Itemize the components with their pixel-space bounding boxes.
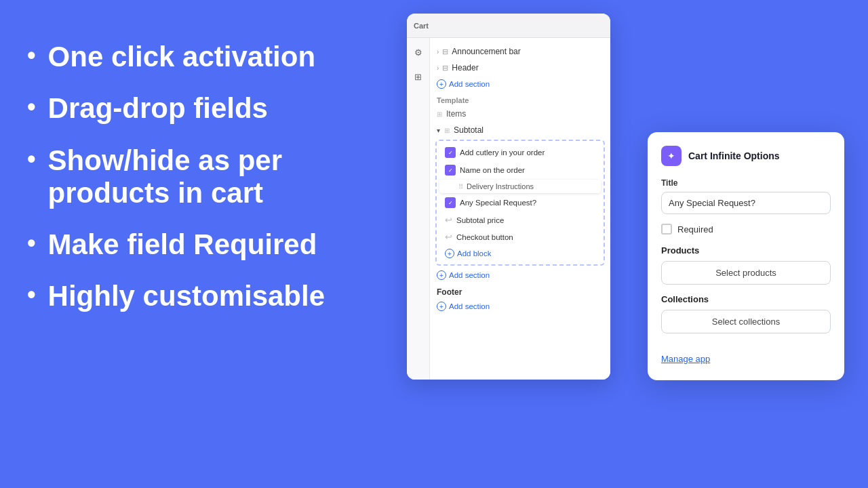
block-add-cutlery[interactable]: ✓ Add cutlery in your order <box>439 144 601 161</box>
bullet-item-2: • Drag-drop fields <box>27 92 366 125</box>
subtotal-row[interactable]: ▾ ⊞ Subtotal <box>430 122 610 138</box>
bullet-item-1: • One click activation <box>27 41 366 73</box>
subtotal-icon: ↩ <box>445 215 452 225</box>
checkout-icon: ↩ <box>445 232 452 242</box>
subtotal-label: Subtotal <box>454 125 484 135</box>
bullet-item-4: • Make field Required <box>27 228 366 261</box>
app-icon: ✦ <box>661 146 682 166</box>
bullet-text-4: Make field Required <box>48 228 317 261</box>
block-subtotal-price[interactable]: ↩ Subtotal price <box>439 211 601 228</box>
bullet-dot-1: • <box>27 43 36 68</box>
select-collections-btn[interactable]: Select collections <box>661 310 831 333</box>
add-section-btn-2[interactable]: + Add section <box>430 267 610 283</box>
left-panel: • One click activation • Drag-drop field… <box>27 41 366 332</box>
section-icon: ⊟ <box>442 47 448 56</box>
announcement-label: Announcement bar <box>452 47 520 56</box>
bullet-dot-2: • <box>27 95 36 119</box>
editor-main[interactable]: › ⊟ Announcement bar › ⊟ Header + Add se… <box>430 38 610 380</box>
grid-icon-2: ⊞ <box>444 127 450 134</box>
collections-label: Collections <box>661 294 831 304</box>
editor-top-bar: Cart <box>407 14 610 38</box>
block-label-name: Name on the order <box>460 166 525 174</box>
template-label: Template <box>430 92 610 106</box>
block-delivery-instructions[interactable]: ⠿ Delivery Instructions <box>439 180 601 193</box>
bullet-dot-5: • <box>27 283 36 307</box>
select-products-btn[interactable]: Select products <box>661 261 831 285</box>
settings-icon[interactable]: ⚙ <box>411 45 426 60</box>
purple-checkbox-icon-3: ✓ <box>445 197 456 208</box>
required-checkbox[interactable] <box>661 224 672 235</box>
chevron-down-icon: ▾ <box>437 127 440 134</box>
cart-label: Cart <box>414 22 429 30</box>
drag-icon: ⠿ <box>458 183 463 190</box>
circle-plus-icon-1: + <box>437 79 446 89</box>
add-section-label-2: Add section <box>449 271 490 279</box>
products-label: Products <box>661 245 831 256</box>
items-label: Items <box>446 109 466 119</box>
block-checkout-button[interactable]: ↩ Checkout button <box>439 228 601 245</box>
required-row: Required <box>661 224 831 235</box>
block-name-order[interactable]: ✓ Name on the order <box>439 161 601 179</box>
add-section-btn-1[interactable]: + Add section <box>430 76 610 92</box>
app-name: Cart Infinite Options <box>688 150 780 161</box>
bullet-text-2: Drag-drop fields <box>48 92 268 125</box>
required-label: Required <box>677 224 713 235</box>
bullet-text-1: One click activation <box>48 41 316 73</box>
blocks-container: ✓ Add cutlery in your order ✓ Name on th… <box>435 140 605 266</box>
purple-checkbox-icon-2: ✓ <box>445 165 456 176</box>
block-label-delivery: Delivery Instructions <box>467 182 534 190</box>
add-section-btn-3[interactable]: + Add section <box>430 298 610 314</box>
block-label-cutlery: Add cutlery in your order <box>460 148 545 157</box>
add-block-label: Add block <box>457 249 492 258</box>
layout-icon[interactable]: ⊞ <box>411 69 426 84</box>
options-panel: ✦ Cart Infinite Options Title Required P… <box>648 132 844 380</box>
tree-item-announcement[interactable]: › ⊟ Announcement bar <box>430 43 610 60</box>
add-section-label-1: Add section <box>449 80 490 88</box>
bullet-text-3: Show/hide as per products in cart <box>48 144 366 210</box>
block-label-checkout: Checkout button <box>456 233 513 241</box>
manage-app-link[interactable]: Manage app <box>661 354 831 364</box>
chevron-icon: › <box>437 48 439 56</box>
bullet-dot-3: • <box>27 147 36 171</box>
block-label-subtotal: Subtotal price <box>456 216 504 224</box>
circle-plus-icon-2: + <box>445 249 454 258</box>
section-icon-2: ⊟ <box>442 64 448 73</box>
bullet-item-5: • Highly customisable <box>27 280 366 312</box>
circle-plus-icon-4: + <box>437 302 446 311</box>
add-block-btn[interactable]: + Add block <box>439 245 601 262</box>
chevron-icon-2: › <box>437 64 439 72</box>
circle-plus-icon-3: + <box>437 270 446 280</box>
tree-item-header[interactable]: › ⊟ Header <box>430 60 610 76</box>
bullet-item-3: • Show/hide as per products in cart <box>27 144 366 210</box>
panel-header: ✦ Cart Infinite Options <box>661 146 831 166</box>
editor-sidebar: ⚙ ⊞ <box>407 38 430 380</box>
footer-label: Footer <box>430 283 610 298</box>
block-special-request[interactable]: ✓ Any Special Request? <box>439 194 601 211</box>
title-input[interactable] <box>661 192 831 214</box>
title-field-label: Title <box>661 178 831 188</box>
bullet-dot-4: • <box>27 231 36 256</box>
grid-icon: ⊞ <box>437 110 442 118</box>
block-label-request: Any Special Request? <box>460 199 536 207</box>
purple-checkbox-icon: ✓ <box>445 147 456 158</box>
editor-panel: Cart ⚙ ⊞ › ⊟ Announcement bar › ⊟ Header… <box>407 14 610 380</box>
header-label: Header <box>452 63 478 73</box>
add-section-label-3: Add section <box>449 302 490 310</box>
items-row[interactable]: ⊞ Items <box>430 106 610 122</box>
bullet-text-5: Highly customisable <box>48 280 325 312</box>
